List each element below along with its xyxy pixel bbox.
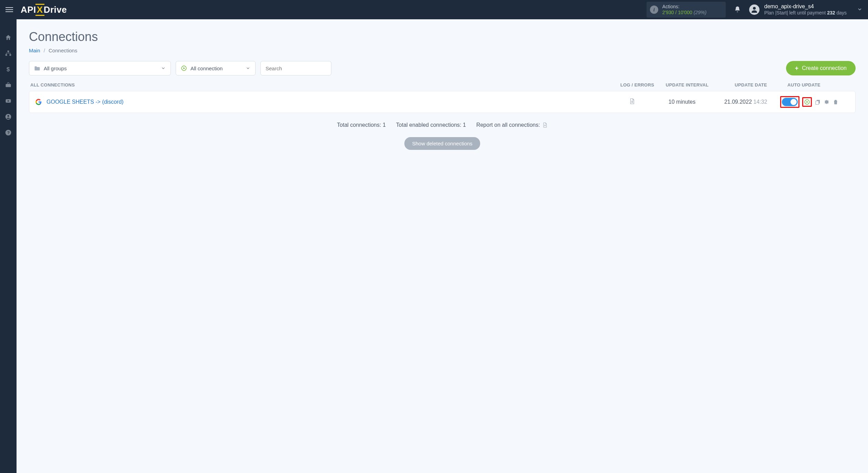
sidebar-item-connections[interactable] <box>0 45 17 61</box>
update-date: 21.09.2022 <box>724 99 752 105</box>
sidebar-item-home[interactable] <box>0 30 17 45</box>
folder-icon <box>34 66 40 71</box>
user-name: demo_apix-drive_s4 <box>764 3 847 10</box>
summary-row: Total connections: 1 Total enabled conne… <box>29 122 856 128</box>
svg-point-0 <box>753 7 756 10</box>
sidebar-item-billing[interactable]: $ <box>0 61 17 77</box>
svg-text:$: $ <box>7 66 10 73</box>
topbar: API X Drive i Actions: 2'930 / 10'000 (2… <box>0 0 868 19</box>
th-date: UPDATE DATE <box>716 82 785 88</box>
svg-rect-20 <box>816 101 819 105</box>
total-enabled-connections: Total enabled connections: 1 <box>396 122 466 128</box>
svg-marker-18 <box>807 101 808 103</box>
th-auto: AUTO UPDATE <box>785 82 854 88</box>
actions-total: 10'000 <box>678 10 692 15</box>
svg-point-9 <box>8 115 9 117</box>
breadcrumb: Main / Connections <box>29 48 856 53</box>
show-deleted-button[interactable]: Show deleted connections <box>404 137 480 150</box>
page-title: Connections <box>29 30 856 44</box>
report-all-link[interactable]: Report on all connections: <box>476 122 548 128</box>
connection-status-select[interactable]: All connection <box>176 61 256 75</box>
settings-button[interactable] <box>824 99 830 105</box>
highlight-run <box>802 97 812 107</box>
user-menu-caret-icon[interactable] <box>847 7 862 13</box>
highlight-toggle <box>780 96 799 108</box>
user-plan-info: Plan |Start| left until payment 232 days <box>764 10 847 16</box>
main-content: Connections Main / Connections All group… <box>17 19 868 473</box>
svg-rect-3 <box>9 54 11 56</box>
auto-update-toggle[interactable] <box>782 98 798 106</box>
update-time: 14:32 <box>753 99 767 105</box>
connection-row: GOOGLE SHEETS -> (discord) 10 minutes 21… <box>29 91 856 113</box>
filter-row: All groups All connection + Create conne… <box>29 61 856 75</box>
breadcrumb-sep: / <box>42 48 47 53</box>
svg-marker-13 <box>184 67 185 69</box>
connection-select-label: All connection <box>190 65 223 71</box>
logo[interactable]: API X Drive <box>21 4 67 15</box>
svg-rect-2 <box>6 54 7 56</box>
breadcrumb-main-link[interactable]: Main <box>29 48 40 53</box>
table-header: ALL CONNECTIONS LOG / ERRORS UPDATE INTE… <box>29 82 856 91</box>
sidebar-item-account[interactable] <box>0 109 17 125</box>
log-button[interactable] <box>629 100 635 106</box>
search-box[interactable] <box>260 61 331 75</box>
logo-text-pre: API <box>21 4 36 15</box>
svg-text:?: ? <box>7 130 10 135</box>
actions-sep: / <box>674 10 678 15</box>
file-icon <box>542 122 548 128</box>
total-connections: Total connections: 1 <box>337 122 385 128</box>
connection-name-link[interactable]: GOOGLE SHEETS -> (discord) <box>46 99 124 105</box>
actions-pct: (29%) <box>694 10 706 15</box>
logo-text-x: X <box>36 4 44 15</box>
th-log: LOG / ERRORS <box>617 82 658 88</box>
google-icon <box>35 99 42 105</box>
sidebar-item-tools[interactable] <box>0 77 17 93</box>
delete-button[interactable] <box>833 99 839 105</box>
play-circle-icon <box>181 65 187 71</box>
sidebar-item-help[interactable]: ? <box>0 125 17 141</box>
sidebar-item-video[interactable] <box>0 93 17 109</box>
groups-select[interactable]: All groups <box>29 61 171 75</box>
create-connection-label: Create connection <box>802 65 847 71</box>
sidebar: $ ? <box>0 19 17 473</box>
actions-label: Actions: <box>662 4 706 10</box>
run-now-button[interactable] <box>804 99 810 105</box>
interval-value: 10 minutes <box>653 99 711 105</box>
menu-toggle-button[interactable] <box>6 6 14 14</box>
chevron-down-icon <box>246 66 250 71</box>
create-connection-button[interactable]: + Create connection <box>786 61 856 75</box>
user-menu[interactable]: demo_apix-drive_s4 Plan |Start| left unt… <box>749 3 847 16</box>
search-input[interactable] <box>266 65 326 71</box>
groups-select-label: All groups <box>44 65 67 71</box>
notifications-button[interactable] <box>734 6 741 14</box>
actions-used: 2'930 <box>662 10 674 15</box>
copy-button[interactable] <box>815 99 821 105</box>
avatar-icon <box>749 4 760 15</box>
info-icon: i <box>650 6 658 14</box>
svg-rect-5 <box>6 84 11 87</box>
actions-usage-box[interactable]: i Actions: 2'930 / 10'000 (29%) <box>647 2 726 18</box>
chevron-down-icon <box>161 66 166 71</box>
breadcrumb-current: Connections <box>49 48 77 53</box>
logo-text-post: Drive <box>44 4 67 15</box>
svg-rect-1 <box>8 51 9 52</box>
th-name: ALL CONNECTIONS <box>30 82 617 88</box>
plus-icon: + <box>795 65 799 72</box>
th-interval: UPDATE INTERVAL <box>658 82 716 88</box>
